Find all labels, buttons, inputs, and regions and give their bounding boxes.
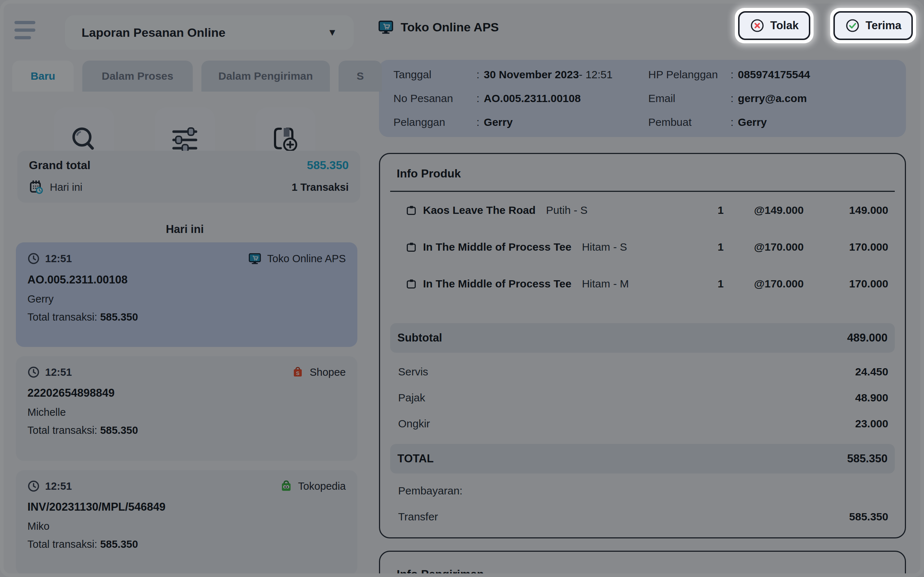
app-screen: Laporan Pesanan Online ▼ Baru Dalam Pros… xyxy=(0,0,924,577)
accept-button[interactable]: Terima xyxy=(830,8,916,43)
dim-overlay xyxy=(0,0,924,577)
reject-button-label: Tolak xyxy=(770,19,799,32)
accept-circle-check-icon xyxy=(845,18,860,33)
reject-button[interactable]: Tolak xyxy=(735,8,814,43)
reject-circle-x-icon xyxy=(750,18,765,33)
accept-button-label: Terima xyxy=(866,19,901,32)
